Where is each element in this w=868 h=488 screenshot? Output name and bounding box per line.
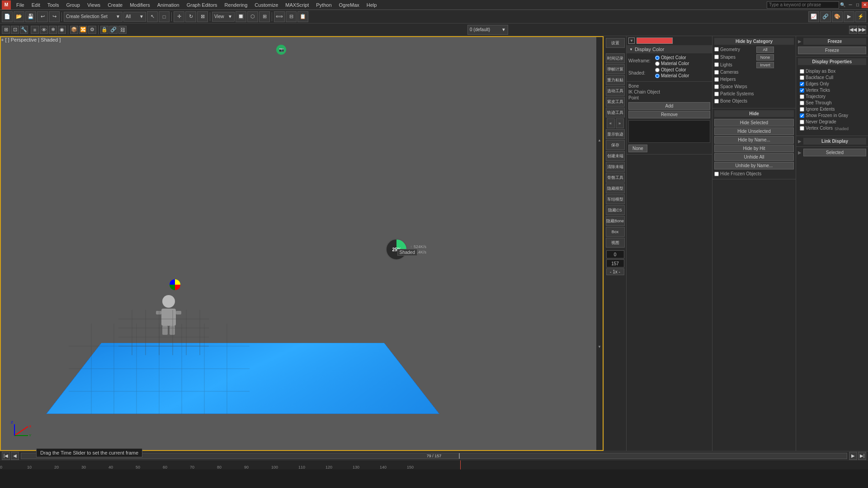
cat-cameras[interactable]: Cameras [714, 70, 754, 75]
frame-start-input[interactable] [606, 250, 624, 258]
menu-edit[interactable]: Edit [28, 0, 44, 9]
align-btn[interactable]: ⊞ [259, 11, 270, 22]
selected-btn[interactable]: Selected [803, 149, 866, 156]
object-prop-btn[interactable]: 📦 [70, 26, 78, 34]
menu-maxscript[interactable]: MAXScript [282, 0, 312, 9]
rp-gravity[interactable]: 重力粘贴 [606, 75, 625, 85]
next-key-btn[interactable]: ▶▶ [858, 26, 866, 34]
freeze-expand[interactable]: ▶ [798, 39, 802, 44]
rp-settings[interactable]: 设置 [606, 38, 625, 48]
frame-slider[interactable]: 79 / 157 [21, 453, 847, 459]
quick-render-btn[interactable]: ⚡ [855, 11, 866, 22]
cat-lights[interactable]: Lights [714, 62, 754, 67]
none-btn[interactable]: None [628, 145, 647, 152]
menu-modifiers[interactable]: Modifiers [126, 0, 154, 9]
playhead[interactable] [460, 460, 461, 469]
menu-group[interactable]: Group [62, 0, 84, 9]
prop-ignore-extents[interactable]: Ignore Extents [800, 107, 864, 112]
add-btn[interactable]: Add [628, 102, 710, 110]
goto-start-btn[interactable]: |◀ [2, 452, 10, 460]
rp-skin-tool[interactable]: 紫皮工具 [606, 97, 625, 107]
rp-hide-model[interactable]: 隐藏模型 [606, 183, 625, 193]
time-ratio-btn[interactable]: - 1x - [606, 268, 624, 275]
freeze-layer-btn[interactable]: ❄ [49, 26, 57, 34]
move-btn[interactable]: ✛ [174, 11, 184, 22]
rp-save[interactable]: 保存 [606, 140, 625, 150]
goto-end-btn[interactable]: ▶| [858, 452, 866, 460]
shaded-toggle[interactable]: Shaded [835, 127, 849, 131]
rp-clear-tip[interactable]: 清除未端 [606, 162, 625, 172]
maximize-btn[interactable]: □ [854, 2, 861, 8]
cat-particle[interactable]: Particle Systems [714, 91, 754, 96]
viewport[interactable]: X Y Z + [ ] Perspective | Shaded ] 25% ↑… [0, 36, 604, 451]
select-region-btn[interactable]: □ [159, 11, 170, 22]
rp-next[interactable]: » [616, 118, 624, 128]
wireframe-material-color[interactable]: Material Color [655, 61, 689, 66]
frame-end-input[interactable] [606, 259, 624, 267]
prev-key-btn[interactable]: ◀◀ [849, 26, 857, 34]
hide-selected-btn[interactable]: Hide Selected [714, 119, 794, 127]
rp-time-record[interactable]: 时间记录 [606, 53, 625, 63]
hide-unselected-btn[interactable]: Hide Unselected [714, 127, 794, 135]
unhide-all-btn[interactable]: Unhide All [714, 153, 794, 161]
cat-space-warps[interactable]: Space Warps [714, 84, 754, 89]
shaded-material-color[interactable]: Material Color [655, 73, 689, 78]
open-btn[interactable]: 📂 [14, 11, 24, 22]
prop-display-as-box[interactable]: Display as Box [800, 69, 864, 74]
scale-btn[interactable]: ⊠ [197, 11, 208, 22]
prop-edges-only[interactable]: Edges Only [800, 81, 864, 86]
prop-see-through[interactable]: See Through [800, 100, 864, 105]
display-color-header[interactable]: Display Color [627, 45, 712, 53]
menu-help[interactable]: Help [363, 0, 381, 9]
cat-all-btn[interactable]: All [756, 47, 774, 53]
cat-bone[interactable]: Bone Objects [714, 99, 754, 103]
menu-graph-editors[interactable]: Graph Editors [183, 0, 221, 9]
rp-prev[interactable]: « [607, 118, 615, 128]
layer-name-dropdown[interactable]: 0 (default) ▼ [467, 25, 508, 35]
nav-up[interactable]: ▲ [596, 37, 603, 244]
filter-dropdown[interactable]: All ▼ [123, 12, 146, 22]
rp-view[interactable]: 视图 [606, 238, 625, 248]
rp-hide-cs[interactable]: 隐藏CS [606, 205, 625, 215]
rp-bone-tool[interactable]: 骨骼工具 [606, 173, 625, 183]
new-btn[interactable]: 📄 [2, 11, 13, 22]
array-btn[interactable]: ⊟ [286, 11, 297, 22]
menu-tools[interactable]: Tools [44, 0, 63, 9]
menu-ogremax[interactable]: OgreMax [335, 0, 363, 9]
rp-hide-bone[interactable]: 隐藏Bone [606, 216, 625, 226]
freeze-btn[interactable]: Freeze [798, 47, 866, 54]
prop-backface-cull[interactable]: Backface Cull [800, 75, 864, 80]
cat-shapes[interactable]: Shapes [714, 54, 754, 60]
schematic-btn[interactable]: 🔗 [820, 11, 831, 22]
hide-frozen-label[interactable]: Hide Frozen Objects [714, 171, 794, 176]
prop-vertex-colors[interactable]: Vertex Colors [800, 126, 833, 131]
view-dropdown[interactable]: View ▼ [212, 12, 235, 22]
remove-btn[interactable]: Remove [628, 111, 710, 118]
snap2-btn[interactable]: ⬡ [247, 11, 258, 22]
link-btn[interactable]: 🔗 [109, 26, 118, 34]
mirror-btn[interactable]: ⟺ [274, 11, 285, 22]
selection-set-dropdown[interactable]: Create Selection Set ▼ [64, 12, 123, 22]
rp-select-tool[interactable]: 选动工具 [606, 86, 625, 96]
curve-editor-btn[interactable]: 📈 [808, 11, 819, 22]
search-input[interactable] [767, 1, 839, 9]
hide-by-hit-btn[interactable]: Hide by Hit [714, 145, 794, 152]
rp-create-tip[interactable]: 创建未端 [606, 151, 625, 161]
menu-create[interactable]: Create [104, 0, 126, 9]
material-btn[interactable]: 🎨 [832, 11, 843, 22]
timeline-ruler[interactable]: 0 10 20 30 40 50 60 70 80 90 100 110 120… [0, 460, 868, 469]
close-btn[interactable]: ✕ [862, 2, 868, 8]
prop-trajectory[interactable]: Trajectory [800, 94, 864, 99]
menu-python[interactable]: Python [312, 0, 335, 9]
render-btn[interactable]: ▶ [844, 11, 854, 22]
redo-btn[interactable]: ↪ [49, 11, 60, 22]
tb2-btn1[interactable]: ⊞ [2, 26, 10, 34]
display-color-swatch[interactable] [637, 38, 673, 44]
shaded-object-color[interactable]: Object Color [655, 67, 689, 72]
layer-btn2[interactable]: ≡ [31, 26, 39, 34]
selected-expand[interactable]: ▶ [798, 150, 802, 155]
prop-show-frozen[interactable]: Show Frozen in Gray [800, 113, 864, 118]
menu-views[interactable]: Views [84, 0, 104, 9]
display-color-collapse[interactable]: ▼ [628, 38, 635, 44]
wireframe-object-color[interactable]: Object Color [655, 55, 689, 60]
